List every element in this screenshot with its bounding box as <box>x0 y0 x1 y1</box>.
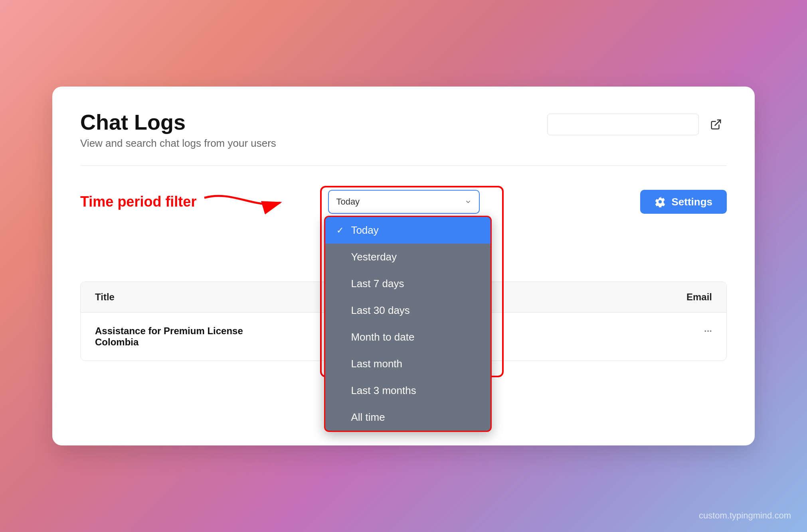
watermark: custom.typingmind.com <box>699 510 791 521</box>
header-left: Chat Logs View and search chat logs from… <box>80 110 276 150</box>
dropdown-item-label: Last 3 months <box>351 384 416 397</box>
gear-icon <box>655 196 666 207</box>
time-period-dropdown[interactable]: Today <box>328 190 480 214</box>
main-card: Chat Logs View and search chat logs from… <box>52 87 755 445</box>
search-input[interactable] <box>547 114 699 135</box>
settings-button[interactable]: Settings <box>640 190 727 214</box>
dropdown-item-label: Last 30 days <box>351 304 409 317</box>
settings-button-label: Settings <box>671 196 712 208</box>
page-title: Chat Logs <box>80 110 276 134</box>
time-period-dropdown-menu: ✓ Today Yesterday Last 7 days Last 30 da… <box>324 216 492 432</box>
time-period-dropdown-wrapper: Today ✓ Today Yesterday <box>328 190 480 214</box>
filter-row: Time period filter Today <box>80 186 727 218</box>
dropdown-item-label: Last 7 days <box>351 278 404 290</box>
header-right <box>547 114 727 135</box>
header-divider <box>80 166 727 166</box>
external-link-button[interactable] <box>705 114 727 135</box>
dropdown-selected-value: Today <box>336 197 360 207</box>
left-section: Time period filter Today <box>80 186 624 218</box>
dropdown-item-label: Yesterday <box>351 251 397 263</box>
dropdown-item-label: Month to date <box>351 331 414 343</box>
svg-line-0 <box>715 120 721 126</box>
table-cell-email: ··· <box>632 325 712 348</box>
chevron-down-icon <box>465 198 472 205</box>
dropdown-item-last3months[interactable]: Last 3 months <box>325 377 491 404</box>
annotation-label: Time period filter <box>80 193 196 210</box>
table-header-email: Email <box>632 292 712 303</box>
annotation-container: Time period filter <box>80 186 288 218</box>
dropdown-item-label: All time <box>351 411 385 424</box>
annotation-arrow <box>200 186 288 218</box>
dropdown-item-last30days[interactable]: Last 30 days <box>325 297 491 324</box>
dropdown-item-today[interactable]: ✓ Today <box>325 217 491 244</box>
dropdown-item-label: Today <box>351 224 378 236</box>
page-subtitle: View and search chat logs from your user… <box>80 137 276 150</box>
dropdown-item-monthtodate[interactable]: Month to date <box>325 324 491 351</box>
dropdown-item-label: Last month <box>351 358 402 370</box>
dropdown-item-alltime[interactable]: All time <box>325 404 491 431</box>
dropdown-item-last7days[interactable]: Last 7 days <box>325 270 491 297</box>
dropdown-item-yesterday[interactable]: Yesterday <box>325 244 491 270</box>
dropdown-item-lastmonth[interactable]: Last month <box>325 351 491 377</box>
checkmark-icon: ✓ <box>336 225 346 236</box>
header: Chat Logs View and search chat logs from… <box>80 110 727 150</box>
